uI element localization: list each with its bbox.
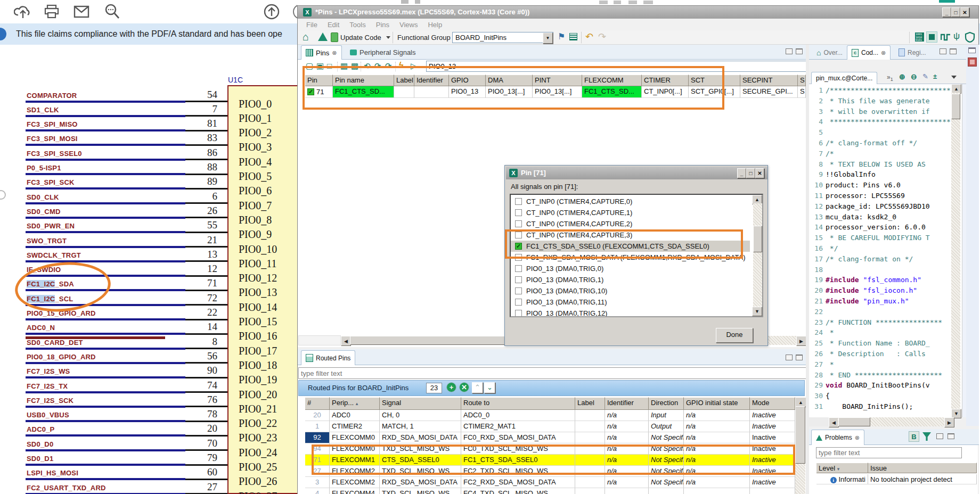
- routed-row-number[interactable]: 92: [305, 432, 330, 443]
- remove-pin-button[interactable]: ✕: [459, 382, 469, 392]
- functional-group-select[interactable]: BOARD_InitPins ▼: [452, 32, 553, 43]
- editor-menu-dropdown-icon[interactable]: [951, 76, 957, 79]
- routed-cell[interactable]: FC1_CTS_SDA_SSEL0: [461, 455, 575, 466]
- dock-maximize-icon[interactable]: [950, 48, 957, 54]
- routed-cell[interactable]: n/a: [684, 477, 750, 488]
- pins-filter-input[interactable]: [426, 61, 808, 72]
- undo-icon[interactable]: ↶: [585, 31, 593, 43]
- dialog-vscroll-down[interactable]: ▼: [752, 307, 762, 316]
- routed-cell[interactable]: [649, 488, 684, 494]
- problems-row[interactable]: i Informati No toolchain project detect: [816, 474, 977, 484]
- pins-table-row[interactable]: ✓71FC1_CTS_SD...PIO0_13PIO0_13[...]PIO0_…: [305, 86, 806, 98]
- routed-cell[interactable]: Not Specified: [649, 455, 684, 466]
- tab-routed-pins[interactable]: Routed Pins: [301, 350, 355, 365]
- pins-view-minimize-icon[interactable]: [786, 48, 793, 54]
- pins-column-header[interactable]: DMA: [486, 75, 533, 86]
- shield-icon[interactable]: [965, 32, 975, 43]
- signal-checkbox[interactable]: [515, 310, 522, 317]
- pins-column-header[interactable]: SCT: [689, 75, 740, 86]
- pins-cell[interactable]: [414, 86, 449, 98]
- dialog-signal-item[interactable]: FC1_RXD_SDA_MOSI_DATA (FLEXCOMM1,RXD_SDA…: [511, 252, 750, 263]
- tab-close-icon[interactable]: ⊗: [332, 50, 337, 56]
- dialog-signal-list[interactable]: CT_INP0 (CTIMER4,CAPTURE,0)CT_INP0 (CTIM…: [510, 194, 763, 317]
- dialog-minimize-button[interactable]: _: [737, 168, 746, 178]
- minimize-button[interactable]: _: [942, 7, 951, 17]
- routed-column-header[interactable]: Signal: [380, 397, 461, 410]
- warning-icon[interactable]: [318, 32, 328, 41]
- routed-cell[interactable]: n/a: [684, 432, 750, 443]
- rotate-right-icon[interactable]: ⟳: [374, 61, 381, 71]
- routed-column-header[interactable]: Label: [575, 397, 605, 410]
- routed-cell[interactable]: Inactive: [750, 477, 795, 488]
- routed-column-header[interactable]: Identifier: [605, 397, 649, 410]
- pins-cell[interactable]: PIO0_13[...]: [486, 86, 533, 98]
- routed-cell[interactable]: Inactive: [750, 455, 795, 466]
- routed-cell[interactable]: [575, 455, 605, 466]
- pin-cell[interactable]: ✓71: [305, 86, 333, 98]
- routed-row[interactable]: 92FLEXCOMM0RXD_SDA_MOSI_DATAFC0_RXD_SDA_…: [305, 432, 795, 443]
- pins-view-maximize-icon[interactable]: [796, 48, 803, 54]
- alarm-icon[interactable]: ▷︎: [411, 61, 417, 71]
- scroll-to-top-icon[interactable]: [263, 3, 280, 20]
- pins-cell[interactable]: SECURE_GPI...: [740, 86, 798, 98]
- routed-cell[interactable]: Input: [649, 410, 684, 421]
- move-up-button[interactable]: ⌃: [472, 382, 483, 393]
- routed-row[interactable]: 20ADC0CH, 0ADC0_0n/aInputn/aInactive: [305, 410, 795, 421]
- routed-cell[interactable]: [750, 488, 795, 494]
- routed-column-header[interactable]: #: [305, 397, 330, 410]
- tab-problems[interactable]: Problems ⊗: [811, 430, 864, 445]
- routed-minimize-icon[interactable]: [786, 355, 793, 360]
- problems-filter-funnel-icon[interactable]: [921, 431, 932, 442]
- routed-cell[interactable]: Not Specified: [649, 432, 684, 443]
- code-hscroll-thumb[interactable]: [838, 417, 870, 426]
- problems-b-button[interactable]: B: [909, 431, 919, 442]
- pins-cell[interactable]: SCT_GPI0[...]: [689, 86, 740, 98]
- search-comments-icon[interactable]: [103, 3, 121, 21]
- dialog-signal-item[interactable]: CT_INP0 (CTIMER4,CAPTURE,0): [511, 196, 750, 207]
- code-hscroll-right[interactable]: ▶: [944, 417, 954, 427]
- signal-checkbox[interactable]: [515, 232, 522, 238]
- dialog-signal-item[interactable]: PIO0_13 (DMA0,TRIG,10): [511, 285, 750, 297]
- pins-cell[interactable]: PIO0_13: [449, 86, 486, 98]
- routed-row-number[interactable]: 1: [305, 421, 330, 432]
- pins-column-header[interactable]: FLEXCOMM: [582, 75, 642, 86]
- dialog-titlebar[interactable]: X Pin [71] _ □ ✕: [506, 167, 767, 179]
- flag-icon[interactable]: ⚑: [558, 31, 565, 42]
- menu-views[interactable]: Views: [399, 21, 418, 29]
- routed-cell[interactable]: Inactive: [750, 466, 795, 477]
- routed-cell[interactable]: n/a: [684, 443, 750, 455]
- routed-cell[interactable]: TXD_SCL_MISO_WS: [380, 443, 461, 455]
- routed-column-header[interactable]: Mode: [750, 397, 795, 410]
- routed-row[interactable]: 3FLEXCOMM2RXD_SDA_MOSI_DATAFC2_RXD_SDA_M…: [305, 477, 795, 488]
- add-pin-button[interactable]: +: [446, 382, 456, 392]
- pins-cell[interactable]: S: [798, 86, 806, 98]
- pins-column-header[interactable]: Pin: [305, 75, 333, 86]
- cloud-upload-icon[interactable]: [14, 3, 32, 20]
- tab-pins[interactable]: Pins ⊗: [301, 45, 342, 60]
- routed-cell[interactable]: RXD_SDA_MOSI_DATA: [380, 477, 461, 488]
- routed-cell[interactable]: [575, 488, 605, 494]
- pins-column-header[interactable]: SECPINT: [740, 75, 798, 86]
- routed-cell[interactable]: FLEXCOMM2: [330, 477, 380, 488]
- dialog-signal-item[interactable]: CT_INP0 (CTIMER4,CAPTURE,1): [511, 207, 750, 218]
- routed-cell[interactable]: FC2_RXD_SDA_MOSI_DATA: [461, 477, 575, 488]
- pins-window-titlebar[interactable]: X *Pins - LPCXpresso55S69.mex (LPC55S69,…: [298, 6, 978, 19]
- routed-cell[interactable]: Not Specified: [649, 466, 684, 477]
- dialog-signal-item[interactable]: PIO0_13 (DMA0,TRIG,1): [511, 274, 750, 285]
- routed-cell[interactable]: [605, 488, 649, 494]
- routed-cell[interactable]: n/a: [605, 432, 649, 443]
- routed-cell[interactable]: FC0_TXD_SCL_MISO_WS: [461, 443, 575, 455]
- pins-column-header[interactable]: Identifier: [414, 75, 449, 86]
- pins-hscroll-right[interactable]: ▶: [796, 336, 806, 346]
- routed-cell[interactable]: RXD_SDA_MOSI_DATA: [380, 432, 461, 443]
- pins-cell[interactable]: PIO0_13[...]: [533, 86, 582, 98]
- tab-overview[interactable]: ⌂ Over...: [812, 45, 847, 60]
- expand-grid-icon[interactable]: ▦: [340, 61, 348, 71]
- route-selection-icon[interactable]: ▢: [306, 61, 313, 71]
- pins-column-header[interactable]: Label: [394, 75, 414, 86]
- routed-cell[interactable]: CH, 0: [380, 410, 461, 421]
- pins-column-header[interactable]: Pin name: [333, 75, 394, 86]
- signal-checkbox[interactable]: [515, 265, 522, 272]
- routed-cell[interactable]: n/a: [684, 466, 750, 477]
- routed-column-header[interactable]: Perip... ▴: [330, 397, 380, 410]
